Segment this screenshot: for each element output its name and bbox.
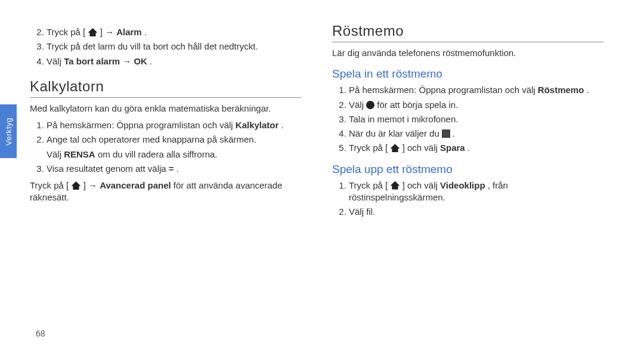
list-item: På hemskärmen: Öppna programlistan och v…	[47, 119, 301, 131]
heading-rostmemo: Röstmemo	[332, 23, 603, 42]
home-icon	[390, 181, 400, 190]
text-bold: Alarm	[116, 27, 142, 37]
text-bold: Avancerad panel	[100, 180, 171, 190]
paragraph: Lär dig använda telefonens röstmemofunkt…	[332, 47, 603, 59]
text: .	[144, 27, 147, 37]
text-bold: Spara	[440, 143, 465, 153]
list-item: Ange tal och operatorer med knapparna på…	[47, 134, 301, 160]
paragraph: Med kalkylatorn kan du göra enkla matema…	[30, 103, 301, 115]
list-item: Välj för att börja spela in.	[349, 99, 603, 111]
text: .	[587, 85, 589, 95]
list-item: Tryck på [ ] och välj Spara .	[349, 142, 603, 154]
text: ] och välj	[402, 180, 440, 190]
text: ] →	[83, 180, 100, 190]
list-item: Tryck på [ ] → Alarm .	[47, 26, 301, 38]
text: .	[150, 56, 152, 66]
home-icon	[88, 28, 97, 36]
page-content: Tryck på [ ] → Alarm . Tryck på det larm…	[30, 0, 620, 337]
list-item: Visa resultatet genom att välja = .	[47, 163, 301, 175]
text: Tryck på det larm du vill ta bort och hå…	[47, 41, 258, 51]
text: Tryck på [	[30, 180, 69, 190]
text-bold: Kalkylator	[236, 120, 279, 130]
text-bold: Ta bort alarm → OK	[64, 56, 147, 66]
text-bold: Videoklipp	[440, 180, 485, 190]
left-column: Tryck på [ ] → Alarm . Tryck på det larm…	[30, 0, 301, 337]
list-item: Tryck på [ ] och välj Videoklipp , från …	[349, 180, 603, 204]
subheading-playback: Spela upp ett röstmemo	[332, 163, 603, 176]
text: om du vill radera alla siffrorna.	[98, 149, 218, 159]
page-number: 68	[36, 329, 45, 338]
section-tab-label: Verktyg	[4, 118, 13, 146]
calculator-steps: På hemskärmen: Öppna programlistan och v…	[30, 119, 301, 175]
text: .	[281, 120, 284, 130]
text: .	[177, 163, 179, 174]
text: Tryck på [	[349, 143, 388, 153]
alarm-steps: Tryck på [ ] → Alarm . Tryck på det larm…	[30, 26, 301, 67]
section-tab: Verktyg	[0, 104, 17, 158]
list-item: Tryck på det larm du vill ta bort och hå…	[47, 41, 301, 52]
text: På hemskärmen: Öppna programlistan och v…	[47, 120, 236, 130]
list-item: Välj Ta bort alarm → OK .	[47, 55, 301, 67]
text: för att börja spela in.	[377, 100, 458, 110]
list-item: Välj fil.	[349, 206, 603, 218]
text-bold: RENSA	[64, 149, 95, 159]
heading-kalkylatorn: Kalkylatorn	[30, 78, 301, 98]
text: .	[467, 143, 470, 153]
playback-steps: Tryck på [ ] och välj Videoklipp , från …	[332, 180, 603, 218]
text: Välj fil.	[349, 206, 375, 217]
text: Visa resultatet genom att välja	[47, 163, 169, 174]
paragraph-note: Tryck på [ ] → Avancerad panel för att a…	[30, 180, 301, 204]
text: På hemskärmen: Öppna programlistan och v…	[349, 85, 538, 95]
text: Ange tal och operatorer med knapparna på…	[47, 134, 256, 144]
right-column: Röstmemo Lär dig använda telefonens röst…	[332, 0, 603, 337]
list-item: När du är klar väljer du .	[349, 128, 603, 140]
home-icon	[71, 181, 80, 190]
stop-icon	[442, 129, 450, 138]
list-item: På hemskärmen: Öppna programlistan och v…	[349, 84, 603, 96]
text-bold: Röstmemo	[538, 85, 584, 95]
text-bold: =	[169, 163, 174, 174]
text: Välj	[47, 149, 64, 159]
home-icon	[390, 144, 400, 152]
text: ] →	[100, 27, 117, 37]
text: Tryck på [	[349, 180, 388, 190]
list-item: Tala in memot i mikrofonen.	[349, 113, 603, 125]
subheading-record: Spela in ett röstmemo	[332, 67, 603, 81]
text: Tryck på [	[47, 27, 85, 37]
text: Välj	[349, 100, 366, 110]
record-steps: På hemskärmen: Öppna programlistan och v…	[332, 84, 603, 154]
record-icon	[366, 101, 374, 109]
text: Välj	[47, 56, 64, 66]
text: När du är klar väljer du	[349, 128, 442, 138]
text: ] och välj	[402, 143, 440, 153]
text: .	[453, 128, 455, 138]
text: Tala in memot i mikrofonen.	[349, 114, 458, 124]
sub-text: Välj RENSA om du vill radera alla siffro…	[47, 149, 301, 160]
